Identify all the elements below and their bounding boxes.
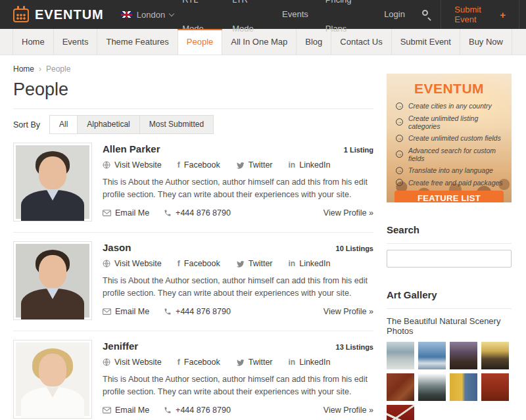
sort-by-label: Sort By bbox=[13, 120, 40, 129]
person-name[interactable]: Allen Parker bbox=[103, 143, 160, 154]
linkedin-icon: in bbox=[289, 260, 296, 268]
feature-list-button[interactable]: FEATURE LIST click here to see all built… bbox=[394, 191, 504, 202]
breadcrumb: Home › People bbox=[13, 64, 373, 74]
circle-arrow-icon: → bbox=[396, 103, 403, 110]
feature-item: → Create unlimited listing categories bbox=[396, 114, 504, 130]
envelope-icon bbox=[103, 308, 111, 315]
gallery-photo[interactable] bbox=[481, 342, 509, 369]
circle-arrow-icon: → bbox=[396, 179, 403, 186]
person-photo[interactable] bbox=[13, 143, 92, 222]
art-gallery-subtitle: The Beautiful Natural Scenery Photos bbox=[387, 316, 512, 336]
nav-item-buy-now[interactable]: Buy Now bbox=[460, 29, 512, 55]
breadcrumb-separator: › bbox=[39, 64, 41, 74]
nav-item-home[interactable]: Home bbox=[12, 29, 54, 55]
person-name[interactable]: Jeniffer bbox=[103, 340, 138, 352]
view-profile-link[interactable]: View Profile » bbox=[323, 406, 373, 415]
linkedin-link[interactable]: in LinkedIn bbox=[289, 160, 331, 170]
twitter-link[interactable]: Twitter bbox=[236, 259, 273, 268]
gallery-photo[interactable] bbox=[450, 342, 477, 369]
globe-icon bbox=[103, 161, 110, 169]
facebook-link[interactable]: f Facebook bbox=[178, 358, 220, 367]
email-link[interactable]: Email Me bbox=[103, 406, 149, 415]
gallery-photo[interactable] bbox=[418, 373, 446, 401]
visit-website-link[interactable]: Visit Website bbox=[103, 259, 162, 268]
linkedin-link[interactable]: in LinkedIn bbox=[289, 259, 331, 268]
phone-link[interactable]: +444 876 8790 bbox=[164, 406, 231, 415]
circle-arrow-icon: → bbox=[396, 135, 403, 142]
view-profile-link[interactable]: View Profile » bbox=[323, 208, 373, 218]
facebook-link[interactable]: f Facebook bbox=[178, 160, 220, 170]
email-link[interactable]: Email Me bbox=[103, 307, 149, 316]
banner-title: EVENTUM bbox=[387, 74, 512, 97]
sort-tab-alphabetical[interactable]: Alphabetical bbox=[77, 115, 139, 134]
sort-tab-all[interactable]: All bbox=[49, 115, 78, 134]
person-card: Allen Parker 1 Listing Visit Website f F… bbox=[13, 134, 373, 232]
person-photo[interactable] bbox=[13, 241, 92, 320]
twitter-icon bbox=[236, 162, 245, 169]
linkedin-link[interactable]: in LinkedIn bbox=[289, 358, 331, 367]
nav-item-events[interactable]: Events bbox=[54, 29, 98, 55]
globe-icon bbox=[103, 260, 110, 268]
top-link-login[interactable]: Login bbox=[375, 0, 414, 29]
top-link-events[interactable]: Events bbox=[274, 0, 317, 29]
listing-count-badge: 13 Listings bbox=[336, 343, 373, 351]
breadcrumb-current: People bbox=[46, 64, 70, 74]
circle-arrow-icon: → bbox=[396, 118, 403, 126]
gallery-photo[interactable] bbox=[387, 342, 414, 369]
nav-item-blog[interactable]: Blog bbox=[297, 29, 331, 55]
person-card: Jeniffer 13 Listings Visit Website f Fac… bbox=[13, 331, 373, 420]
person-bio: This is About the Author section, author… bbox=[103, 373, 373, 399]
twitter-icon bbox=[236, 359, 245, 366]
banner-feature-list: → Create cities in any country → Create … bbox=[396, 102, 504, 187]
globe-icon bbox=[103, 358, 110, 366]
feature-item: → Translate into any language bbox=[396, 166, 504, 174]
person-name[interactable]: Jason bbox=[103, 242, 131, 253]
gallery-photo[interactable] bbox=[387, 373, 414, 401]
envelope-icon bbox=[103, 407, 111, 413]
breadcrumb-home-link[interactable]: Home bbox=[13, 64, 34, 74]
phone-link[interactable]: +444 876 8790 bbox=[164, 208, 231, 218]
calendar-icon bbox=[13, 9, 29, 22]
view-profile-link[interactable]: View Profile » bbox=[323, 307, 373, 316]
nav-item-submit-event[interactable]: Submit Event bbox=[392, 29, 460, 55]
nav-item-contact-us[interactable]: Contact Us bbox=[331, 29, 391, 55]
email-link[interactable]: Email Me bbox=[103, 208, 149, 218]
page-title: People bbox=[13, 80, 373, 100]
feature-item: → Create free and paid packages bbox=[396, 179, 504, 187]
visit-website-link[interactable]: Visit Website bbox=[103, 358, 162, 367]
search-icon[interactable] bbox=[414, 0, 435, 29]
brand-logo[interactable]: EVENTUM bbox=[13, 7, 104, 22]
sort-bar: Sort By All Alphabetical Most Submitted bbox=[13, 115, 373, 134]
eventum-promo-banner[interactable]: EVENTUM → Create cities in any country →… bbox=[387, 74, 512, 202]
top-bar: EVENTUM London RTL Mode LTR Mode Events … bbox=[0, 0, 526, 29]
nav-item-all-in-one-map[interactable]: All In One Map bbox=[222, 29, 297, 55]
twitter-icon bbox=[236, 260, 245, 268]
linkedin-icon: in bbox=[289, 358, 296, 366]
facebook-link[interactable]: f Facebook bbox=[178, 259, 220, 268]
phone-link[interactable]: +444 876 8790 bbox=[164, 307, 231, 316]
twitter-link[interactable]: Twitter bbox=[236, 160, 273, 170]
gallery-photo[interactable] bbox=[418, 342, 446, 369]
uk-flag-icon bbox=[121, 11, 132, 18]
art-gallery-grid bbox=[387, 342, 512, 420]
submit-event-button[interactable]: Submit Event + bbox=[441, 0, 519, 29]
gallery-photo[interactable] bbox=[387, 405, 414, 420]
listing-count-badge: 10 Listings bbox=[336, 245, 373, 252]
nav-item-theme-features[interactable]: Theme Features bbox=[97, 29, 178, 55]
phone-icon bbox=[164, 209, 172, 217]
city-selector[interactable]: London bbox=[121, 10, 174, 20]
gallery-photo[interactable] bbox=[481, 373, 509, 401]
sidebar-search-input[interactable] bbox=[387, 250, 512, 268]
sidebar: EVENTUM → Create cities in any country →… bbox=[387, 55, 512, 420]
nav-item-people[interactable]: People bbox=[178, 29, 222, 55]
main-nav: Home Events Theme Features People All In… bbox=[0, 29, 526, 55]
twitter-link[interactable]: Twitter bbox=[236, 358, 273, 367]
visit-website-link[interactable]: Visit Website bbox=[103, 160, 162, 170]
sort-tab-most-submitted[interactable]: Most Submitted bbox=[139, 115, 214, 134]
feature-item: → Create cities in any country bbox=[396, 102, 504, 110]
feature-item: → Create unlimited custom fields bbox=[396, 134, 504, 142]
person-photo[interactable] bbox=[13, 340, 92, 419]
listing-count-badge: 1 Listing bbox=[344, 146, 373, 154]
gallery-photo[interactable] bbox=[450, 373, 477, 401]
main-content: Home › People People Sort By All Alphabe… bbox=[13, 55, 373, 420]
